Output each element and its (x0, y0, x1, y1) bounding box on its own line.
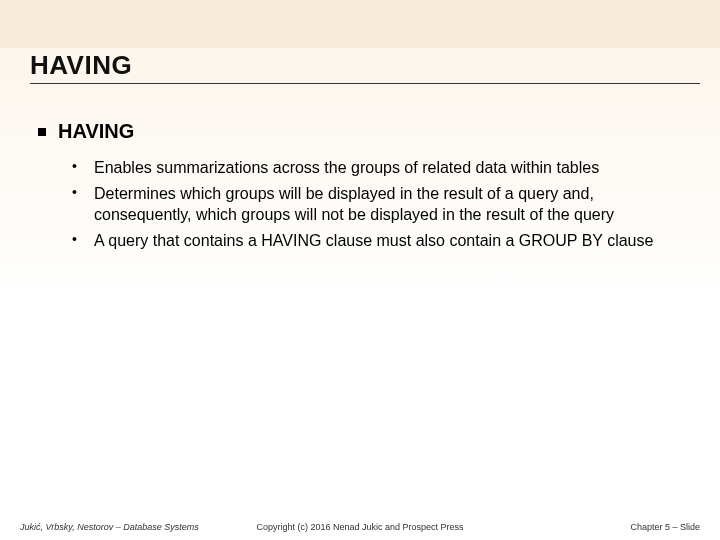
section-header: HAVING (38, 120, 690, 143)
square-bullet-icon (38, 128, 46, 136)
list-item: Determines which groups will be displaye… (72, 183, 690, 226)
title-container: HAVING (30, 50, 700, 84)
slide-body: HAVING Enables summarizations across the… (38, 120, 690, 255)
list-item: A query that contains a HAVING clause mu… (72, 230, 690, 252)
bullet-list: Enables summarizations across the groups… (72, 157, 690, 251)
section-heading: HAVING (58, 120, 134, 143)
slide-footer: Jukić, Vrbsky, Nestorov – Database Syste… (0, 514, 720, 534)
slide-title: HAVING (30, 50, 700, 81)
footer-right: Chapter 5 – Slide (630, 522, 700, 532)
list-item: Enables summarizations across the groups… (72, 157, 690, 179)
footer-center: Copyright (c) 2016 Nenad Jukic and Prosp… (0, 522, 720, 532)
slide: HAVING HAVING Enables summarizations acr… (0, 0, 720, 540)
